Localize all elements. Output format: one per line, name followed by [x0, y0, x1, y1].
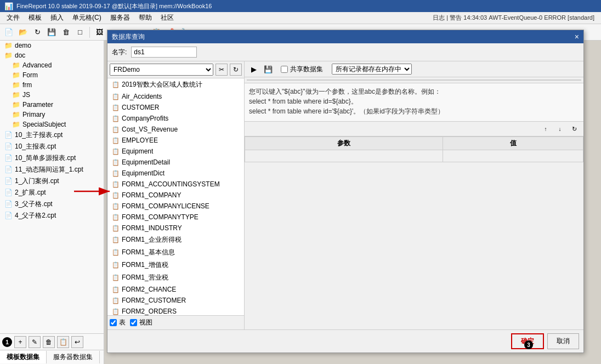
cancel-button[interactable]: 取消 [547, 333, 579, 349]
tree-item[interactable]: 📁frm [0, 80, 104, 90]
datasource-select[interactable]: FRDemo [110, 64, 213, 76]
add-tree-button[interactable]: + [14, 336, 26, 348]
table-icon: 📋 [112, 126, 120, 133]
menu-file[interactable]: 文件 [2, 12, 24, 24]
tree-item[interactable]: 📄4_父子格2.cpt [0, 210, 104, 221]
tree-item[interactable]: 📁SpecialSubject [0, 120, 104, 129]
sql-icon-btn2[interactable]: 💾 [262, 63, 274, 75]
table-item[interactable]: 📋EquipmentDict [107, 168, 244, 179]
view-checkbox-item[interactable]: 视图 [130, 318, 152, 327]
toolbar-btn-extra[interactable]: 🖼 [93, 26, 106, 39]
table-item[interactable]: 📋FORM1_企业所得税 [107, 234, 244, 246]
datasource-selector-row: FRDemo ✂ ↻ [107, 61, 244, 78]
table-icon: 📋 [112, 261, 120, 269]
share-label: 共享数据集 [290, 65, 323, 74]
table-checkbox-item[interactable]: 表 [110, 318, 126, 327]
dataset-tabs: 模板数据集 服务器数据集 [0, 350, 104, 364]
table-item[interactable]: 📋FORM1_增值税 [107, 259, 244, 271]
delete-tree-button[interactable]: 🗑 [43, 336, 55, 348]
revert-tree-button[interactable]: ↩ [71, 336, 83, 348]
menu-insert[interactable]: 插入 [46, 12, 68, 24]
table-item[interactable]: 📋FORM1_COMPANYTYPE [107, 212, 244, 223]
menu-cell[interactable]: 单元格(C) [68, 12, 106, 24]
menu-server[interactable]: 服务器 [106, 12, 134, 24]
sql-editor-area[interactable]: 1 2 select strftime('%Y',订购日期) as 年份, st… [247, 79, 581, 81]
edit-tree-button[interactable]: ✎ [29, 336, 41, 348]
param-table-area: ↑ ↓ ↻ 参数 值 [245, 121, 583, 162]
ds-refresh-btn[interactable]: ↻ [230, 64, 242, 76]
table-item[interactable]: 📋FORM1_INDUSTRY [107, 223, 244, 234]
tree-item[interactable]: 📁Primary [0, 110, 104, 120]
table-item[interactable]: 📋FORM1_ACCOUNTINGSYSTEM [107, 179, 244, 190]
tree-item[interactable]: 📄2_扩展.cpt [0, 187, 104, 198]
table-item[interactable]: 📋FORM2_ORDERS [107, 306, 244, 315]
db-dialog: 数据库查询 × 名字: FRDemo ✂ ↻ 📋2019智数大会区域人数统计📋A… [107, 30, 584, 353]
view-checkbox[interactable] [130, 319, 137, 326]
name-input[interactable] [131, 47, 197, 58]
tree-item[interactable]: 📄10_主报表.cpt [0, 141, 104, 152]
table-item[interactable]: 📋FORM1_基本信息 [107, 246, 244, 259]
param-cell-1 [245, 150, 443, 162]
table-checkbox[interactable] [110, 319, 117, 326]
table-item[interactable]: 📋CompanyProfits [107, 113, 244, 124]
menu-help[interactable]: 帮助 [134, 12, 156, 24]
table-icon: 📋 [112, 286, 120, 293]
blank-button[interactable]: □ [73, 26, 87, 39]
tab-template-dataset[interactable]: 模板数据集 [0, 351, 47, 363]
tree-item[interactable]: 📁demo [0, 41, 104, 50]
tree-item[interactable]: 📁JS [0, 90, 104, 100]
tree-item[interactable]: 📄10_主子报表.cpt [0, 129, 104, 141]
table-item[interactable]: 📋Equipment [107, 146, 244, 157]
memory-select[interactable]: 所有记录都存在内存中 [332, 64, 412, 75]
tree-item[interactable]: 📁Parameter [0, 100, 104, 110]
menu-template[interactable]: 模板 [24, 12, 46, 24]
table-list: 📋2019智数大会区域人数统计📋Air_Accidents📋CUSTOMER📋C… [107, 78, 244, 315]
tree-item[interactable]: 📁Advanced [0, 60, 104, 70]
table-icon: 📋 [112, 214, 120, 221]
table-item[interactable]: 📋FORM2_CUSTOMER [107, 295, 244, 306]
table-item[interactable]: 📋Air_Accidents [107, 91, 244, 102]
table-item[interactable]: 📋EquipmentDetail [107, 157, 244, 168]
tree-item[interactable]: 📄3_父子格.cpt [0, 198, 104, 210]
ds-edit-btn[interactable]: ✂ [216, 64, 228, 76]
tree-item[interactable]: 📁Form [0, 70, 104, 80]
delete-button[interactable]: 🗑 [59, 26, 72, 39]
table-item[interactable]: 📋CUSTOMER [107, 102, 244, 113]
table-item[interactable]: 📋FORM2_CHANCE [107, 284, 244, 295]
table-item[interactable]: 📋FORM1_COMPANYLICENSE [107, 201, 244, 212]
tree-item[interactable]: 📄11_动态隔间运算_1.cpt [0, 164, 104, 175]
table-icon: 📋 [112, 249, 120, 256]
copy-tree-button[interactable]: 📋 [57, 336, 69, 348]
open-button[interactable]: 📂 [16, 26, 30, 39]
table-icon: 📋 [112, 81, 120, 88]
separator-1 [89, 27, 90, 38]
param-down-btn[interactable]: ↓ [554, 123, 566, 135]
menu-bar: 文件 模板 插入 单元格(C) 服务器 帮助 社区 日志 | 警告 14:34:… [0, 12, 601, 24]
param-toolbar: ↑ ↓ ↻ [245, 122, 583, 136]
value-col-header: 值 [443, 137, 583, 150]
sql-icon-btn1[interactable]: ▶ [248, 63, 260, 75]
new-button[interactable]: 📄 [2, 26, 15, 39]
share-checkbox[interactable] [281, 66, 288, 73]
tab-server-dataset[interactable]: 服务器数据集 [47, 351, 100, 363]
badge-1: 1 [2, 337, 12, 347]
table-icon: 📋 [112, 115, 120, 122]
tree-item[interactable]: 📄1_入门案例.cpt [0, 175, 104, 187]
tree-item[interactable]: 📄10_简单多源报表.cpt [0, 152, 104, 164]
param-up-btn[interactable]: ↑ [540, 123, 552, 135]
sql-line-numbers: 1 2 [247, 80, 264, 81]
menu-community[interactable]: 社区 [156, 12, 178, 24]
tree-item[interactable]: 📁doc [0, 50, 104, 60]
table-item[interactable]: 📋Cost_VS_Revenue [107, 124, 244, 135]
refresh-button[interactable]: ↻ [31, 26, 44, 39]
table-item[interactable]: 📋FORM1_营业税 [107, 271, 244, 284]
table-item[interactable]: 📋2019智数大会区域人数统计 [107, 78, 244, 91]
close-button[interactable]: × [575, 32, 579, 41]
table-item[interactable]: 📋FORM1_COMPANY [107, 190, 244, 201]
badge-3: 3 [524, 340, 533, 349]
param-refresh-btn[interactable]: ↻ [568, 123, 580, 135]
table-icon: 📋 [112, 297, 120, 304]
save-button[interactable]: 💾 [45, 26, 58, 39]
table-item[interactable]: 📋EMPLOYEE [107, 135, 244, 146]
dialog-titlebar: 数据库查询 × [107, 30, 583, 43]
